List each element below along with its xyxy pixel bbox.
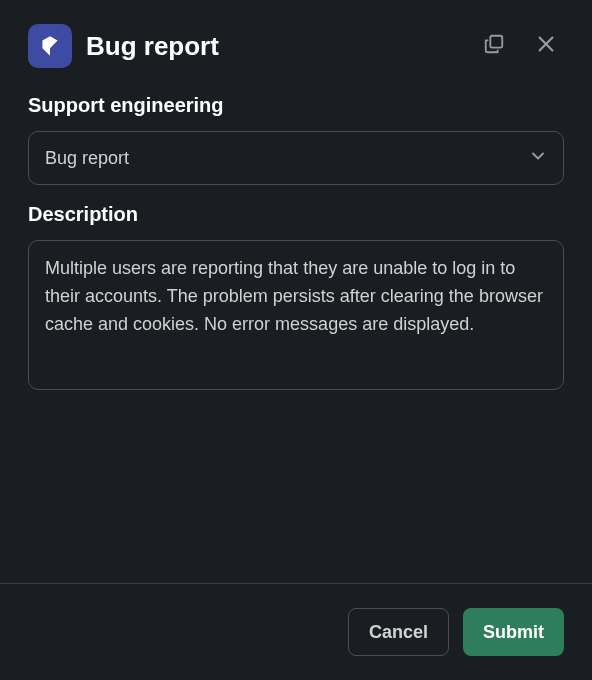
bug-report-modal: Bug report Support xyxy=(0,0,592,680)
modal-title: Bug report xyxy=(86,31,462,62)
header-actions xyxy=(476,28,564,64)
modal-content: Support engineering Bug report Descripti… xyxy=(0,86,592,583)
submit-button[interactable]: Submit xyxy=(463,608,564,656)
modal-footer: Cancel Submit xyxy=(0,583,592,680)
category-select[interactable]: Bug report xyxy=(28,131,564,185)
description-label: Description xyxy=(28,203,564,226)
close-icon xyxy=(535,33,557,59)
app-icon xyxy=(28,24,72,68)
category-label: Support engineering xyxy=(28,94,564,117)
close-button[interactable] xyxy=(528,28,564,64)
new-window-button[interactable] xyxy=(476,28,512,64)
description-textarea[interactable] xyxy=(28,240,564,390)
cancel-button[interactable]: Cancel xyxy=(348,608,449,656)
modal-header: Bug report xyxy=(0,0,592,86)
new-window-icon xyxy=(483,33,505,59)
category-select-wrap: Bug report xyxy=(28,131,564,185)
svg-rect-0 xyxy=(490,36,502,48)
